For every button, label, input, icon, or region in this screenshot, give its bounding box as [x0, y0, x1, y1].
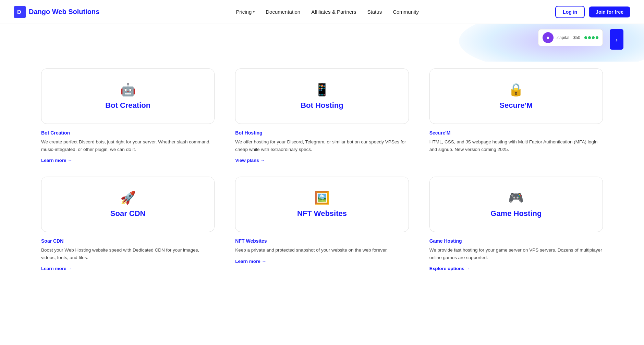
brand-name: Dango Web Solutions [29, 8, 99, 16]
card-box-soar-cdn: 🚀 Soar CDN [41, 177, 215, 232]
service-card-game-hosting: 🎮 Game Hosting Game Hosting We provide f… [429, 177, 603, 271]
card-description-bot-creation: We create perfect Discord bots, just rig… [41, 138, 215, 153]
main-content: 🤖 Bot Creation Bot Creation We create pe… [0, 62, 644, 292]
navbar: D Dango Web Solutions Pricing ▾ Document… [0, 0, 644, 24]
card-icon-bot-hosting: 📱 [314, 82, 330, 97]
nav-item-status[interactable]: Status [367, 9, 382, 15]
card-title-securem: Secure'M [499, 101, 533, 110]
nav-item-documentation[interactable]: Documentation [266, 9, 300, 15]
card-title-bot-creation: Bot Creation [105, 101, 150, 110]
nav-links: Pricing ▾ Documentation Affiliates & Par… [236, 9, 419, 15]
card-description-securem: HTML, CSS, and JS webpage hosting with M… [429, 138, 603, 153]
card-cta-soar-cdn[interactable]: Learn more → [41, 266, 215, 271]
snippet-dots [584, 36, 598, 39]
card-cta-game-hosting[interactable]: Explore options → [429, 266, 603, 271]
card-label-nft-websites: NFT Websites [235, 238, 409, 244]
card-description-nft-websites: Keep a private and protected snapshot of… [235, 246, 409, 254]
card-description-bot-hosting: We offer hosting for your Discord, Teleg… [235, 138, 409, 153]
card-title-bot-hosting: Bot Hosting [301, 101, 343, 110]
chevron-down-icon: ▾ [253, 10, 255, 14]
card-label-game-hosting: Game Hosting [429, 238, 603, 244]
card-icon-bot-creation: 🤖 [120, 82, 136, 97]
card-box-bot-hosting: 📱 Bot Hosting [235, 68, 409, 124]
nav-actions: Log in Join for free [555, 6, 630, 18]
card-label-bot-creation: Bot Creation [41, 130, 215, 136]
blue-arrow-decoration: › [610, 29, 623, 50]
login-button[interactable]: Log in [555, 6, 585, 18]
snippet-avatar: ● [543, 32, 554, 43]
table-snippet: ● .capital $50 [538, 29, 603, 46]
logo-icon: D [14, 6, 26, 18]
card-box-bot-creation: 🤖 Bot Creation [41, 68, 215, 124]
service-card-securem: 🔒 Secure'M Secure'M HTML, CSS, and JS we… [429, 68, 603, 163]
card-label-securem: Secure'M [429, 130, 603, 136]
card-cta-nft-websites[interactable]: Learn more → [235, 259, 409, 264]
card-cta-bot-creation[interactable]: Learn more → [41, 158, 215, 163]
card-icon-nft-websites: 🖼️ [314, 191, 330, 205]
snippet-data: .capital $50 [556, 35, 598, 40]
snippet-col1: .capital [556, 35, 569, 40]
card-box-securem: 🔒 Secure'M [429, 68, 603, 124]
logo-link[interactable]: D Dango Web Solutions [14, 6, 99, 18]
card-title-soar-cdn: Soar CDN [110, 209, 146, 218]
card-icon-securem: 🔒 [508, 82, 524, 97]
nav-item-community[interactable]: Community [393, 9, 419, 15]
nav-item-affiliates[interactable]: Affiliates & Partners [311, 9, 356, 15]
card-description-soar-cdn: Boost your Web Hosting website speed wit… [41, 246, 215, 261]
dot-3 [592, 36, 595, 39]
snippet-col2: $50 [573, 35, 580, 40]
top-decoration: ● .capital $50 › [0, 24, 644, 62]
services-grid: 🤖 Bot Creation Bot Creation We create pe… [41, 68, 603, 271]
card-label-bot-hosting: Bot Hosting [235, 130, 409, 136]
service-card-bot-creation: 🤖 Bot Creation Bot Creation We create pe… [41, 68, 215, 163]
service-card-nft-websites: 🖼️ NFT Websites NFT Websites Keep a priv… [235, 177, 409, 271]
card-box-nft-websites: 🖼️ NFT Websites [235, 177, 409, 232]
dot-2 [588, 36, 591, 39]
card-description-game-hosting: We provide fast hosting for your game se… [429, 246, 603, 261]
card-icon-game-hosting: 🎮 [508, 191, 524, 205]
svg-text:D: D [17, 9, 21, 15]
service-card-bot-hosting: 📱 Bot Hosting Bot Hosting We offer hosti… [235, 68, 409, 163]
join-button[interactable]: Join for free [589, 7, 630, 17]
service-card-soar-cdn: 🚀 Soar CDN Soar CDN Boost your Web Hosti… [41, 177, 215, 271]
dot-4 [596, 36, 598, 39]
card-icon-soar-cdn: 🚀 [120, 191, 136, 205]
card-title-game-hosting: Game Hosting [490, 209, 542, 218]
card-box-game-hosting: 🎮 Game Hosting [429, 177, 603, 232]
card-cta-bot-hosting[interactable]: View plans → [235, 158, 409, 163]
card-title-nft-websites: NFT Websites [297, 209, 347, 218]
card-label-soar-cdn: Soar CDN [41, 238, 215, 244]
nav-item-pricing[interactable]: Pricing ▾ [236, 9, 255, 15]
dot-1 [584, 36, 587, 39]
